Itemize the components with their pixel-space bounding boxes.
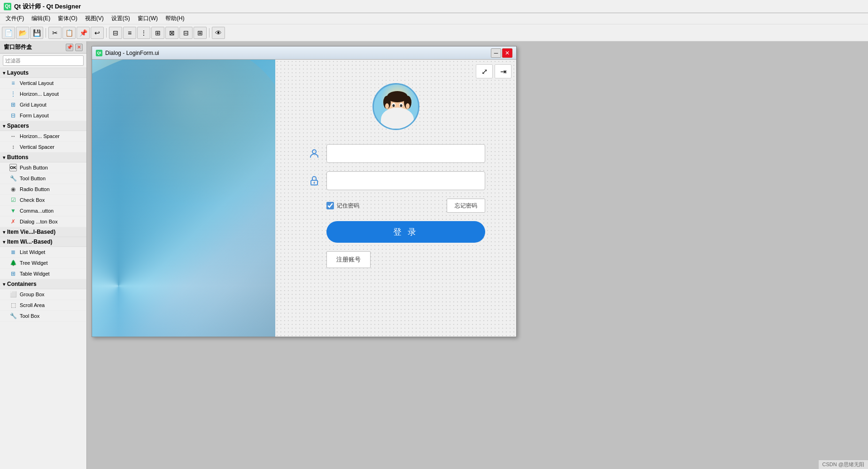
sidebar-item-group-box[interactable]: ⬜ Group Box bbox=[0, 289, 86, 300]
app-title: Qt 设计师 - Qt Designer bbox=[14, 2, 81, 11]
dialog-button-icon: ✗ bbox=[9, 218, 17, 225]
toolbar-separator-3 bbox=[209, 28, 209, 38]
svg-point-2 bbox=[383, 114, 411, 130]
grid-layout-icon: ⊞ bbox=[9, 101, 17, 108]
sidebar-item-table-widget[interactable]: ⊞ Table Widget bbox=[0, 269, 86, 279]
sidebar-item-check-box[interactable]: ☑ Check Box bbox=[0, 195, 86, 206]
username-input[interactable] bbox=[326, 144, 485, 163]
category-containers-label: Containers bbox=[7, 281, 37, 287]
sidebar-close-button[interactable]: ✕ bbox=[75, 44, 83, 51]
dialog-logout-button[interactable]: ⇥ bbox=[495, 64, 512, 78]
toolbar-paste[interactable]: 📌 bbox=[77, 27, 90, 39]
sidebar-item-vertical-spacer[interactable]: ↕ Vertical Spacer bbox=[0, 142, 86, 153]
sidebar-item-vertical-layout[interactable]: ≡ Vertical Layout bbox=[0, 78, 86, 89]
sidebar-item-horizontal-layout[interactable]: ⋮ Horizon... Layout bbox=[0, 89, 86, 100]
toolbar: 📄 📂 💾 ✂ 📋 📌 ↩ ⊟ ≡ ⋮ ⊞ ⊠ ⊟ ⊞ 👁 bbox=[0, 24, 868, 41]
menu-settings[interactable]: 设置(S) bbox=[108, 14, 134, 23]
dialog-minimize-button[interactable]: ─ bbox=[491, 48, 501, 58]
toolbar-layout7[interactable]: ⊞ bbox=[194, 27, 207, 39]
toolbar-open[interactable]: 📂 bbox=[16, 27, 29, 39]
sidebar-item-tool-button[interactable]: 🔧 Tool Button bbox=[0, 173, 86, 184]
status-bar: CSDN @思绪无阳 bbox=[819, 460, 868, 469]
toolbar-copy[interactable]: 📋 bbox=[62, 27, 76, 39]
category-buttons-label: Buttons bbox=[7, 154, 28, 161]
category-item-widgets-label: Item Wi...-Based) bbox=[7, 238, 53, 245]
form-layout-icon: ⊟ bbox=[9, 112, 17, 119]
sidebar-item-label: Vertical Layout bbox=[20, 80, 54, 86]
sidebar-item-list-widget[interactable]: ≣ List Widget bbox=[0, 247, 86, 258]
check-box-icon: ☑ bbox=[9, 196, 17, 204]
menu-window[interactable]: 窗口(W) bbox=[134, 14, 162, 23]
sidebar-item-tool-box[interactable]: 🔧 Tool Box bbox=[0, 311, 86, 322]
sidebar-item-push-button[interactable]: OK Push Button bbox=[0, 162, 86, 173]
filter-input[interactable] bbox=[3, 55, 84, 66]
sidebar-item-label: Group Box bbox=[20, 292, 45, 297]
category-spacers[interactable]: ▾ Spacers bbox=[0, 121, 86, 131]
sidebar-item-scroll-area[interactable]: ⬚ Scroll Area bbox=[0, 300, 86, 311]
main-area: 窗口部件盒 📌 ✕ ▾ Layouts ≡ Vertical Layout ⋮ … bbox=[0, 41, 868, 469]
sidebar-item-label: Vertical Spacer bbox=[20, 144, 54, 150]
avatar-container bbox=[372, 83, 419, 130]
filter-bar bbox=[0, 54, 86, 68]
toolbar-cut[interactable]: ✂ bbox=[48, 27, 62, 39]
category-item-widgets[interactable]: ▾ Item Wi...-Based) bbox=[0, 237, 86, 247]
sidebar-item-label: Horizon... Layout bbox=[20, 91, 59, 97]
tool-box-icon: 🔧 bbox=[9, 312, 17, 320]
sidebar-item-horizontal-spacer[interactable]: ↔ Horizon... Spacer bbox=[0, 131, 86, 142]
svg-point-14 bbox=[312, 150, 316, 154]
category-containers[interactable]: ▾ Containers bbox=[0, 279, 86, 289]
sidebar-item-form-layout[interactable]: ⊟ Form Layout bbox=[0, 110, 86, 121]
password-row bbox=[307, 171, 485, 190]
toolbar-layout6[interactable]: ⊟ bbox=[179, 27, 193, 39]
sidebar-item-dialog-button-box[interactable]: ✗ Dialog ...ton Box bbox=[0, 216, 86, 227]
push-button-icon: OK bbox=[9, 164, 17, 171]
collapse-arrow-buttons: ▾ bbox=[3, 155, 5, 160]
password-input[interactable] bbox=[326, 171, 485, 190]
sidebar-item-label: Scroll Area bbox=[20, 302, 45, 308]
category-layouts[interactable]: ▾ Layouts bbox=[0, 68, 86, 78]
menu-help[interactable]: 帮助(H) bbox=[162, 14, 188, 23]
svg-point-13 bbox=[406, 103, 410, 109]
toolbar-save[interactable]: 💾 bbox=[30, 27, 43, 39]
dialog-restore-button[interactable]: ⤢ bbox=[476, 64, 493, 78]
toolbar-layout5[interactable]: ⊠ bbox=[165, 27, 178, 39]
username-row bbox=[307, 144, 485, 163]
sidebar-item-command-button[interactable]: ▼ Comma...utton bbox=[0, 206, 86, 216]
canvas-area: Qt Dialog - LoginForm.ui ─ ✕ ⤢ ⇥ bbox=[87, 41, 868, 469]
category-buttons[interactable]: ▾ Buttons bbox=[0, 153, 86, 162]
toolbar-separator-2 bbox=[106, 28, 107, 38]
sidebar-pin-button[interactable]: 📌 bbox=[66, 44, 73, 51]
dialog-login-panel: ⤢ ⇥ bbox=[275, 60, 516, 337]
remember-checkbox[interactable] bbox=[326, 202, 334, 209]
collapse-arrow-layouts: ▾ bbox=[3, 70, 5, 76]
menu-file[interactable]: 文件(F) bbox=[2, 14, 28, 23]
register-button[interactable]: 注册账号 bbox=[326, 251, 371, 268]
scroll-area-icon: ⬚ bbox=[9, 301, 17, 309]
username-icon bbox=[307, 146, 322, 161]
forgot-password-button[interactable]: 忘记密码 bbox=[447, 199, 485, 213]
sidebar-item-radio-button[interactable]: ◉ Radio Button bbox=[0, 184, 86, 195]
group-box-icon: ⬜ bbox=[9, 291, 17, 298]
sidebar-title: 窗口部件盒 bbox=[4, 43, 32, 51]
login-form: 记住密码 忘记密码 登 录 注册账号 bbox=[307, 144, 485, 268]
category-item-views[interactable]: ▾ Item Vie...l-Based) bbox=[0, 227, 86, 237]
sidebar-item-label: Form Layout bbox=[20, 113, 49, 118]
avatar bbox=[372, 83, 419, 130]
toolbar-layout3[interactable]: ⋮ bbox=[137, 27, 150, 39]
toolbar-layout1[interactable]: ⊟ bbox=[109, 27, 122, 39]
toolbar-preview[interactable]: 👁 bbox=[212, 27, 225, 39]
sidebar-item-grid-layout[interactable]: ⊞ Grid Layout bbox=[0, 100, 86, 110]
menu-view[interactable]: 视图(V) bbox=[81, 14, 108, 23]
toolbar-new[interactable]: 📄 bbox=[2, 27, 15, 39]
svg-point-11 bbox=[400, 104, 402, 107]
toolbar-layout2[interactable]: ≡ bbox=[123, 27, 136, 39]
dialog-window[interactable]: Qt Dialog - LoginForm.ui ─ ✕ ⤢ ⇥ bbox=[92, 46, 517, 337]
tool-button-icon: 🔧 bbox=[9, 175, 17, 182]
dialog-close-button[interactable]: ✕ bbox=[502, 48, 512, 58]
login-button[interactable]: 登 录 bbox=[326, 221, 485, 243]
sidebar-item-tree-widget[interactable]: 🌲 Tree Widget bbox=[0, 258, 86, 269]
menu-edit[interactable]: 编辑(E) bbox=[28, 14, 54, 23]
toolbar-undo[interactable]: ↩ bbox=[91, 27, 104, 39]
toolbar-layout4[interactable]: ⊞ bbox=[151, 27, 164, 39]
menu-form[interactable]: 窗体(O) bbox=[54, 14, 81, 23]
